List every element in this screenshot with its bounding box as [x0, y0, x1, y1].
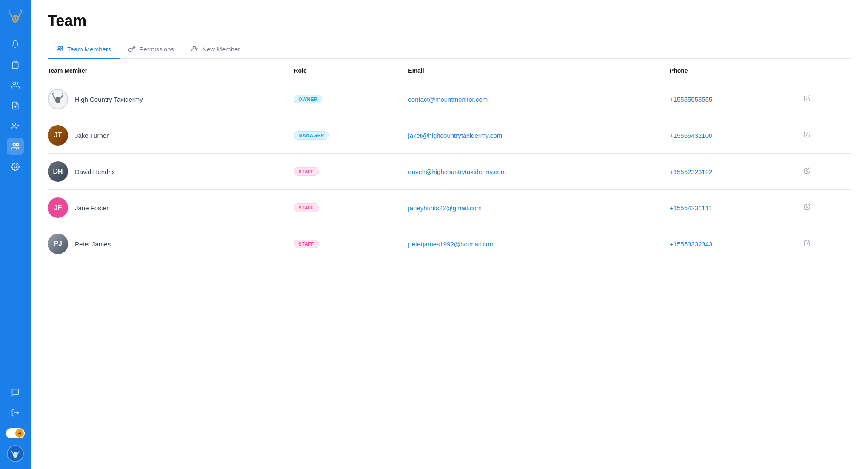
page-title: Team — [48, 12, 851, 30]
avatar: DH — [48, 161, 68, 182]
key-icon — [128, 45, 136, 53]
tab-permissions[interactable]: Permissions — [120, 40, 183, 59]
member-name: Peter James — [75, 240, 111, 248]
table-header-row: Team Member Role Email Phone — [48, 59, 851, 81]
email-cell: daveh@highcountrytaxidermy.com — [401, 154, 663, 190]
col-role: Role — [287, 59, 401, 81]
sidebar-item-reports[interactable] — [7, 56, 24, 73]
team-table: Team Member Role Email Phone High Co — [48, 59, 851, 262]
email-link[interactable]: peterjames1992@hotmail.com — [408, 240, 495, 248]
svg-point-17 — [193, 46, 196, 49]
email-link[interactable]: contact@mountmonitor.com — [408, 96, 488, 103]
email-link[interactable]: janeyhunts22@gmail.com — [408, 204, 482, 212]
edit-button[interactable] — [802, 166, 812, 177]
role-cell: STAFF — [287, 154, 401, 190]
sidebar-item-add-member[interactable] — [7, 117, 24, 134]
person-add-icon — [191, 45, 199, 53]
svg-point-16 — [61, 46, 63, 49]
col-team-member: Team Member — [48, 59, 287, 81]
table-row: PJ Peter James STAFF peterjames1992@hotm… — [48, 226, 851, 262]
role-badge: STAFF — [294, 167, 319, 176]
sidebar-item-team[interactable] — [7, 138, 24, 155]
sidebar: ☀ — [0, 0, 31, 469]
role-badge: OWNER — [294, 95, 322, 103]
app-logo — [5, 7, 26, 27]
role-cell: STAFF — [287, 190, 401, 226]
sidebar-item-notifications[interactable] — [7, 36, 24, 53]
edit-button[interactable] — [802, 203, 812, 213]
role-cell: OWNER — [287, 81, 401, 117]
member-cell: JT Jake Turner — [48, 117, 287, 154]
member-cell: DH David Hendrix — [48, 154, 287, 190]
svg-point-10 — [13, 143, 16, 146]
table-container: Team Member Role Email Phone High Co — [31, 59, 868, 469]
phone-link[interactable]: +15552323122 — [670, 168, 713, 175]
phone-link[interactable]: +15554231111 — [670, 204, 713, 212]
svg-rect-3 — [14, 61, 17, 63]
col-actions — [795, 59, 851, 81]
member-name: High Country Taxidermy — [75, 96, 143, 103]
avatar: PJ — [48, 234, 68, 254]
company-logo-bottom — [7, 445, 24, 462]
svg-point-2 — [16, 17, 17, 20]
tab-team-members-label: Team Members — [67, 46, 111, 53]
tab-bar: Team Members Permissions New Member — [48, 40, 851, 59]
sidebar-item-messages[interactable] — [7, 384, 24, 401]
member-name: Jake Turner — [75, 132, 108, 139]
svg-point-4 — [13, 82, 16, 85]
theme-toggle[interactable]: ☀ — [6, 428, 25, 438]
edit-button[interactable] — [802, 239, 812, 249]
actions-cell — [795, 81, 851, 117]
email-link[interactable]: jaket@highcountrytaxidermy.com — [408, 132, 502, 139]
table-row: DH David Hendrix STAFF daveh@highcountry… — [48, 154, 851, 190]
table-row: JT Jake Turner MANAGER jaket@highcountry… — [48, 117, 851, 154]
phone-link[interactable]: +15555555555 — [670, 96, 713, 103]
edit-button[interactable] — [802, 94, 812, 105]
svg-point-1 — [13, 17, 15, 20]
actions-cell — [795, 154, 851, 190]
tab-new-member-label: New Member — [202, 46, 240, 53]
phone-cell: +15555432100 — [663, 117, 795, 154]
member-cell: High Country Taxidermy — [48, 81, 287, 117]
phone-cell: +15554231111 — [663, 190, 795, 226]
tab-team-members[interactable]: Team Members — [48, 40, 120, 59]
col-email: Email — [401, 59, 663, 81]
sidebar-item-logout[interactable] — [7, 404, 24, 421]
sidebar-item-settings[interactable] — [7, 158, 24, 175]
member-name: David Hendrix — [75, 168, 115, 175]
actions-cell — [795, 190, 851, 226]
email-link[interactable]: daveh@highcountrytaxidermy.com — [408, 168, 506, 175]
table-row: JF Jane Foster STAFF janeyhunts22@gmail.… — [48, 190, 851, 226]
avatar: JT — [48, 125, 68, 146]
phone-link[interactable]: +15553332343 — [670, 240, 713, 248]
edit-button[interactable] — [802, 130, 812, 141]
role-badge: STAFF — [294, 203, 319, 212]
phone-cell: +15552323122 — [663, 154, 795, 190]
phone-link[interactable]: +15555432100 — [670, 132, 713, 139]
svg-point-20 — [55, 97, 61, 103]
col-phone: Phone — [663, 59, 795, 81]
sidebar-item-customers[interactable] — [7, 77, 24, 94]
email-cell: peterjames1992@hotmail.com — [401, 226, 663, 262]
email-cell: janeyhunts22@gmail.com — [401, 190, 663, 226]
svg-point-15 — [58, 46, 60, 49]
theme-toggle-knob: ☀ — [15, 429, 24, 438]
actions-cell — [795, 117, 851, 154]
svg-point-14 — [13, 452, 17, 458]
role-cell: STAFF — [287, 226, 401, 262]
phone-cell: +15555555555 — [663, 81, 795, 117]
role-cell: MANAGER — [287, 117, 401, 154]
table-row: High Country Taxidermy OWNER contact@mou… — [48, 81, 851, 117]
svg-point-11 — [16, 143, 19, 146]
page-header: Team Team Members Permissions — [31, 0, 868, 59]
svg-point-12 — [14, 166, 17, 168]
avatar — [48, 89, 68, 109]
member-name: Jane Foster — [75, 204, 108, 212]
sidebar-item-new-job[interactable] — [7, 97, 24, 114]
tab-new-member[interactable]: New Member — [183, 40, 248, 59]
actions-cell — [795, 226, 851, 262]
email-cell: jaket@highcountrytaxidermy.com — [401, 117, 663, 154]
avatar: JF — [48, 197, 68, 218]
role-badge: STAFF — [294, 240, 319, 248]
people-icon — [56, 45, 64, 53]
